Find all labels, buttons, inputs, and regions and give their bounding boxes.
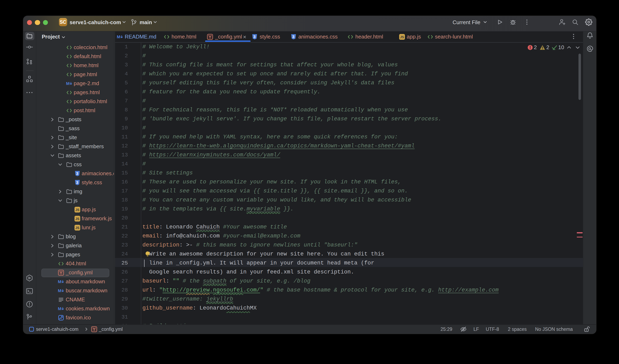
svg-text:M: M	[58, 279, 61, 284]
svg-text:M: M	[58, 288, 61, 293]
svg-text:3: 3	[253, 35, 256, 39]
svg-text:3: 3	[76, 181, 78, 185]
svg-text:JS: JS	[75, 217, 79, 221]
svg-text:3: 3	[76, 171, 78, 176]
svg-text:M: M	[66, 81, 69, 86]
svg-text:JS: JS	[400, 35, 404, 39]
svg-text:3: 3	[292, 35, 294, 39]
svg-text:JS: JS	[75, 226, 79, 230]
svg-text:JS: JS	[75, 208, 79, 212]
svg-text:M: M	[117, 34, 120, 39]
svg-text:M: M	[58, 306, 61, 311]
